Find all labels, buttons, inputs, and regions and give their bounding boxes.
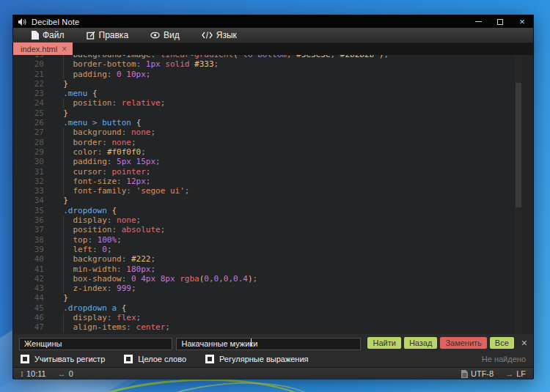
code-line: 32 font-size: 12px; xyxy=(13,177,533,186)
find-options-row: Учитывать регистрЦелое словоРегулярные в… xyxy=(13,351,533,367)
line-number: 32 xyxy=(13,177,50,186)
code-text: border-bottom: 1px solid #333; xyxy=(50,59,219,69)
code-line: 24 position: relative; xyxy=(13,98,533,108)
code-text: position: relative; xyxy=(50,98,165,108)
code-line: 39 left: 0; xyxy=(13,245,533,254)
line-number: 35 xyxy=(13,206,50,215)
line-number: 39 xyxy=(13,245,50,254)
code-text: .dropdown a { xyxy=(50,303,126,313)
find-input[interactable] xyxy=(19,338,172,350)
desktop-background: Decibel Note × ФайлПравкаВидЯзык index.h… xyxy=(0,0,550,392)
line-number: 26 xyxy=(13,118,50,127)
tab-index-html[interactable]: index.html × xyxy=(13,42,73,55)
indent-guide xyxy=(63,254,64,264)
code-text: z-index: 999; xyxy=(50,284,136,293)
option-checkbox-1[interactable]: Целое слово xyxy=(124,355,186,363)
minimize-button[interactable] xyxy=(467,15,489,28)
edit-icon xyxy=(87,31,95,40)
menu-bar: ФайлПравкаВидЯзык xyxy=(13,28,533,42)
menu-item-label: Язык xyxy=(216,30,237,40)
checkbox-icon[interactable] xyxy=(124,355,133,363)
code-line: 20 border-bottom: 1px solid #333; xyxy=(13,59,533,69)
line-number: 40 xyxy=(13,254,50,264)
checkbox-icon[interactable] xyxy=(205,355,214,363)
code-text: display: flex; xyxy=(50,313,141,322)
indent-guide xyxy=(63,70,64,79)
indent-guide xyxy=(63,274,64,284)
line-number: 44 xyxy=(13,293,50,303)
menu-item-правка[interactable]: Правка xyxy=(76,29,140,42)
replace-input[interactable] xyxy=(176,338,361,350)
document-icon xyxy=(461,370,468,378)
code-line: 23 .menu { xyxy=(13,89,533,98)
line-number: 37 xyxy=(13,225,50,234)
menu-item-файл[interactable]: Файл xyxy=(21,29,76,42)
title-bar[interactable]: Decibel Note × xyxy=(13,15,533,28)
tab-strip: index.html × xyxy=(13,42,533,55)
option-checkbox-0[interactable]: Учитывать регистр xyxy=(21,355,105,363)
line-number: 34 xyxy=(13,196,50,205)
window-controls: × xyxy=(467,15,533,28)
line-number: 27 xyxy=(13,127,50,137)
code-line: 46 display: flex; xyxy=(13,313,533,322)
statusbar-right: UTF-8 → LF xyxy=(461,369,526,378)
code-text: } xyxy=(50,293,68,303)
code-line: 43 z-index: 999; xyxy=(13,284,533,293)
scrollbar-thumb[interactable] xyxy=(516,83,521,207)
line-number: 23 xyxy=(13,89,50,98)
code-text: cursor: pointer; xyxy=(50,167,150,177)
line-number: 21 xyxy=(13,70,50,79)
code-line: 30 padding: 5px 15px; xyxy=(13,157,533,166)
code-text: top: 100%; xyxy=(50,235,122,245)
line-number: 22 xyxy=(13,79,50,89)
indent-guide xyxy=(63,98,64,108)
code-text: background: #222; xyxy=(50,254,155,264)
maximize-button[interactable] xyxy=(489,15,511,28)
indent-guide xyxy=(63,127,64,137)
cursor-position-value: 10:11 xyxy=(26,369,46,378)
code-editor[interactable]: 19 background-image: linear-gradient( to… xyxy=(13,55,533,334)
find-button[interactable]: Найти xyxy=(367,337,400,349)
code-line: 35 .dropdown { xyxy=(13,206,533,215)
option-checkbox-2[interactable]: Регулярные выражения xyxy=(205,355,309,363)
code-text: display: none; xyxy=(50,215,141,225)
code-text: } xyxy=(50,196,68,205)
selection-arrows-icon: ↔ xyxy=(58,369,66,378)
code-text: .dropdown { xyxy=(50,206,117,215)
indent-guide xyxy=(63,59,64,69)
prev-button[interactable]: Назад xyxy=(404,337,438,349)
menu-item-label: Вид xyxy=(164,30,180,40)
arrow-right-icon: → xyxy=(505,369,513,378)
line-number: 29 xyxy=(13,147,50,157)
close-button[interactable]: × xyxy=(511,15,533,28)
checkbox-icon[interactable] xyxy=(21,355,29,363)
code-text: padding: 0 10px; xyxy=(50,70,150,79)
indent-guide xyxy=(63,265,64,274)
line-number: 24 xyxy=(13,98,50,108)
indent-guide xyxy=(63,245,64,254)
tab-close-icon[interactable]: × xyxy=(62,45,67,53)
find-close-icon[interactable]: × xyxy=(521,338,527,348)
code-line: 27 background: none; xyxy=(13,127,533,137)
code-line: 41 min-width: 180px; xyxy=(13,265,533,274)
line-number: 45 xyxy=(13,303,50,313)
code-text: padding: 5px 15px; xyxy=(50,157,161,166)
indent-guide xyxy=(63,215,64,225)
code-line: 28 border: none; xyxy=(13,138,533,147)
maximize-icon xyxy=(497,19,503,25)
menu-item-язык[interactable]: Язык xyxy=(191,29,248,42)
ibeam-icon: I xyxy=(21,370,23,378)
menu-item-вид[interactable]: Вид xyxy=(139,29,191,42)
line-number: 47 xyxy=(13,322,50,332)
editor-scrollbar[interactable] xyxy=(515,55,522,334)
all-button[interactable]: Все xyxy=(490,337,514,349)
replace-button[interactable]: Заменить xyxy=(440,337,486,349)
line-number: 46 xyxy=(13,313,50,322)
minimize-icon xyxy=(475,21,482,22)
line-number: 41 xyxy=(13,265,50,274)
speaker-icon xyxy=(18,18,26,26)
indent-guide xyxy=(63,186,64,196)
line-number: 20 xyxy=(13,59,50,69)
window-title: Decibel Note xyxy=(32,18,79,26)
option-label: Регулярные выражения xyxy=(219,355,309,363)
